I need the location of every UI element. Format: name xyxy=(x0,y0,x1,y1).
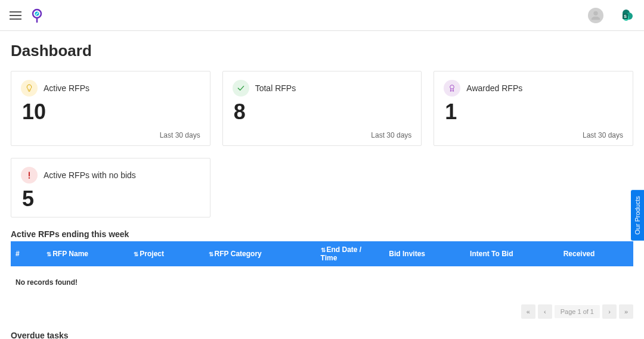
col-project[interactable]: ⇅Project xyxy=(129,241,203,266)
header-right: S xyxy=(588,8,634,23)
main-content: Dashboard Active RFPs 10 Last 30 days To… xyxy=(0,31,644,339)
card-total-rfps[interactable]: Total RFPs 8 Last 30 days xyxy=(222,71,422,146)
page-prev-button[interactable]: ‹ xyxy=(538,304,552,319)
card-nobids[interactable]: Active RFPs with no bids 5 xyxy=(11,158,210,217)
card-active-rfps[interactable]: Active RFPs 10 Last 30 days xyxy=(11,71,210,146)
our-products-tab[interactable]: Our Products xyxy=(631,190,644,241)
pagination: « ‹ Page 1 of 1 › » xyxy=(11,304,633,319)
svg-point-9 xyxy=(29,177,30,178)
card-value: 10 xyxy=(22,101,200,123)
card-value: 1 xyxy=(445,101,623,123)
col-end-date[interactable]: ⇅End Date / Time xyxy=(316,241,385,266)
overdue-section-title: Overdue tasks xyxy=(11,331,633,339)
col-category[interactable]: ⇅RFP Category xyxy=(204,241,316,266)
no-records-message: No records found! xyxy=(11,272,633,304)
page-indicator: Page 1 of 1 xyxy=(555,305,600,318)
svg-point-2 xyxy=(593,11,597,15)
check-icon xyxy=(233,80,249,97)
sharepoint-icon[interactable]: S xyxy=(620,8,634,23)
ending-table: # ⇅RFP Name ⇅Project ⇅RFP Category ⇅End … xyxy=(11,241,633,266)
stats-row-2: Active RFPs with no bids 5 xyxy=(11,158,633,217)
card-footer: Last 30 days xyxy=(444,131,623,139)
card-footer: Last 30 days xyxy=(21,131,200,139)
card-title: Total RFPs xyxy=(255,83,296,93)
page-first-button[interactable]: « xyxy=(521,304,535,319)
card-title: Active RFPs with no bids xyxy=(44,170,136,180)
ending-section-title: Active RFPs ending this week xyxy=(11,229,633,239)
col-intent[interactable]: Intent To Bid xyxy=(465,241,559,266)
col-received[interactable]: Received xyxy=(559,241,633,266)
col-rfp-name[interactable]: ⇅RFP Name xyxy=(42,241,129,266)
page-next-button[interactable]: › xyxy=(602,304,617,319)
col-bid-invites[interactable]: Bid Invites xyxy=(384,241,465,266)
page-title: Dashboard xyxy=(11,42,633,60)
svg-text:S: S xyxy=(624,14,627,18)
app-header: S xyxy=(0,0,644,31)
award-icon xyxy=(444,80,460,97)
svg-point-8 xyxy=(450,85,454,89)
card-awarded-rfps[interactable]: Awarded RFPs 1 Last 30 days xyxy=(434,71,633,146)
app-logo[interactable] xyxy=(30,8,44,23)
header-left xyxy=(10,8,44,23)
page-last-button[interactable]: » xyxy=(619,304,633,319)
card-footer: Last 30 days xyxy=(233,131,412,139)
stats-row-1: Active RFPs 10 Last 30 days Total RFPs 8… xyxy=(11,71,633,146)
lightbulb-icon xyxy=(21,80,38,97)
card-value: 8 xyxy=(234,101,412,123)
user-avatar-icon[interactable] xyxy=(588,8,603,23)
col-hash[interactable]: # xyxy=(11,241,42,266)
menu-icon[interactable] xyxy=(10,11,21,20)
card-value: 5 xyxy=(22,188,200,210)
card-title: Active RFPs xyxy=(44,83,89,93)
alert-icon xyxy=(21,167,38,184)
card-title: Awarded RFPs xyxy=(466,83,522,93)
